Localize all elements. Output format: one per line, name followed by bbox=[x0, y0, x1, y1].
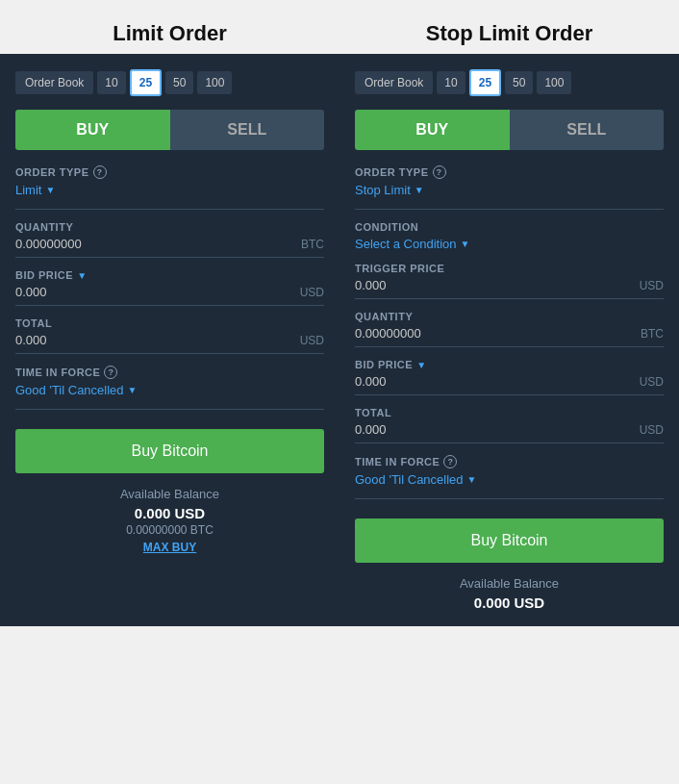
buy-bitcoin-button[interactable]: Buy Bitcoin bbox=[15, 429, 324, 473]
sl-bid-price-value: 0.000 bbox=[355, 374, 387, 389]
quantity-value: 0.00000000 bbox=[15, 237, 82, 251]
sl-order-type-label: ORDER TYPE ? bbox=[355, 165, 664, 179]
sl-time-in-force-dropdown[interactable]: Good 'Til Cancelled ▼ bbox=[355, 472, 664, 487]
bid-price-arrow[interactable]: ▼ bbox=[77, 270, 87, 281]
total-value: 0.000 bbox=[15, 333, 47, 347]
stop-limit-order-panel: Order Book 10 25 50 100 BUY SELL ORDER T… bbox=[340, 54, 679, 626]
sl-quantity-label: QUANTITY bbox=[355, 311, 664, 322]
quantity-label: QUANTITY bbox=[15, 221, 324, 233]
sl-quantity-value: 0.00000000 bbox=[355, 326, 421, 341]
total-unit: USD bbox=[300, 334, 324, 347]
ob-10[interactable]: 10 bbox=[97, 71, 125, 94]
sl-order-book-row: Order Book 10 25 50 100 bbox=[355, 69, 664, 96]
sl-order-book-label: Order Book bbox=[355, 71, 433, 94]
balance-btc: 0.00000000 BTC bbox=[15, 523, 324, 537]
max-buy-link[interactable]: MAX BUY bbox=[15, 541, 324, 554]
sl-buy-button[interactable]: BUY bbox=[355, 110, 510, 150]
sl-quantity-section: QUANTITY 0.00000000 BTC bbox=[355, 311, 664, 347]
sl-buy-bitcoin-button[interactable]: Buy Bitcoin bbox=[355, 518, 664, 563]
sl-total-section: TOTAL 0.000 USD bbox=[355, 407, 664, 443]
quantity-value-row: 0.00000000 BTC bbox=[15, 237, 324, 258]
order-book-label: Order Book bbox=[15, 71, 93, 94]
sl-condition-arrow: ▼ bbox=[461, 239, 470, 249]
sl-quantity-value-row: 0.00000000 BTC bbox=[355, 326, 664, 347]
sl-quantity-unit: BTC bbox=[641, 327, 664, 341]
order-type-label: ORDER TYPE ? bbox=[15, 165, 324, 179]
sl-total-value: 0.000 bbox=[355, 422, 387, 437]
sl-trigger-price-label: TRIGGER PRICE bbox=[355, 263, 664, 274]
sl-bid-price-label: BID PRICE ▼ bbox=[355, 359, 664, 370]
order-type-arrow: ▼ bbox=[45, 185, 55, 195]
sl-time-in-force-section: TIME IN FORCE ? Good 'Til Cancelled ▼ bbox=[355, 455, 664, 487]
sl-condition-label: CONDITION bbox=[355, 221, 664, 233]
sl-balance-section: Available Balance 0.000 USD bbox=[355, 576, 664, 611]
sl-time-in-force-label: TIME IN FORCE ? bbox=[355, 455, 664, 468]
balance-label: Available Balance bbox=[15, 487, 324, 501]
sl-sell-button[interactable]: SELL bbox=[510, 110, 665, 150]
quantity-unit: BTC bbox=[301, 238, 324, 251]
sl-ob-100[interactable]: 100 bbox=[537, 71, 571, 94]
limit-order-title: Limit Order bbox=[0, 10, 340, 54]
panels-wrapper: Order Book 10 25 50 100 BUY SELL ORDER T… bbox=[0, 54, 679, 626]
total-value-row: 0.000 USD bbox=[15, 333, 324, 354]
order-book-row: Order Book 10 25 50 100 bbox=[15, 69, 324, 96]
balance-usd: 0.000 USD bbox=[15, 505, 324, 521]
sl-trigger-price-unit: USD bbox=[640, 279, 664, 292]
sl-order-type-section: ORDER TYPE ? Stop Limit ▼ bbox=[355, 165, 664, 197]
sl-balance-usd: 0.000 USD bbox=[355, 594, 664, 611]
sl-order-type-arrow: ▼ bbox=[415, 185, 424, 195]
sl-tif-help-icon[interactable]: ? bbox=[443, 455, 457, 468]
sl-bid-price-arrow[interactable]: ▼ bbox=[416, 360, 426, 370]
sl-trigger-price-value: 0.000 bbox=[355, 278, 387, 292]
total-label: TOTAL bbox=[15, 317, 324, 329]
bid-price-section: BID PRICE ▼ 0.000 USD bbox=[15, 269, 324, 306]
order-type-section: ORDER TYPE ? Limit ▼ bbox=[15, 165, 324, 197]
buy-button[interactable]: BUY bbox=[15, 110, 170, 150]
ob-50[interactable]: 50 bbox=[165, 71, 193, 94]
bid-price-value: 0.000 bbox=[15, 285, 47, 299]
sl-buy-sell-row: BUY SELL bbox=[355, 110, 664, 150]
tif-arrow: ▼ bbox=[128, 385, 138, 395]
stop-limit-order-title: Stop Limit Order bbox=[340, 10, 679, 54]
time-in-force-label: TIME IN FORCE ? bbox=[15, 366, 324, 379]
sl-condition-section: CONDITION Select a Condition ▼ bbox=[355, 221, 664, 251]
sl-ob-50[interactable]: 50 bbox=[505, 71, 533, 94]
sl-total-label: TOTAL bbox=[355, 407, 664, 418]
sl-order-type-dropdown[interactable]: Stop Limit ▼ bbox=[355, 183, 664, 197]
ob-25-active[interactable]: 25 bbox=[130, 69, 162, 96]
total-section: TOTAL 0.000 USD bbox=[15, 317, 324, 354]
limit-order-panel: Order Book 10 25 50 100 BUY SELL ORDER T… bbox=[0, 54, 340, 626]
order-type-dropdown[interactable]: Limit ▼ bbox=[15, 183, 324, 197]
ob-100[interactable]: 100 bbox=[197, 71, 232, 94]
sl-tif-arrow: ▼ bbox=[467, 474, 477, 485]
tif-help-icon[interactable]: ? bbox=[104, 366, 117, 379]
balance-section: Available Balance 0.000 USD 0.00000000 B… bbox=[15, 487, 324, 554]
sl-order-type-help-icon[interactable]: ? bbox=[433, 165, 446, 179]
sl-bid-price-unit: USD bbox=[640, 375, 664, 389]
time-in-force-section: TIME IN FORCE ? Good 'Til Cancelled ▼ bbox=[15, 366, 324, 397]
bid-price-value-row: 0.000 USD bbox=[15, 285, 324, 306]
bid-price-label: BID PRICE ▼ bbox=[15, 269, 324, 281]
sl-total-unit: USD bbox=[640, 423, 664, 437]
sl-bid-price-section: BID PRICE ▼ 0.000 USD bbox=[355, 359, 664, 395]
sl-bid-price-value-row: 0.000 USD bbox=[355, 374, 664, 395]
sl-ob-10[interactable]: 10 bbox=[437, 71, 465, 94]
sl-trigger-price-value-row: 0.000 USD bbox=[355, 278, 664, 299]
quantity-section: QUANTITY 0.00000000 BTC bbox=[15, 221, 324, 258]
order-type-help-icon[interactable]: ? bbox=[93, 165, 107, 179]
sl-condition-dropdown[interactable]: Select a Condition ▼ bbox=[355, 237, 664, 251]
sl-balance-label: Available Balance bbox=[355, 576, 664, 591]
time-in-force-dropdown[interactable]: Good 'Til Cancelled ▼ bbox=[15, 383, 324, 397]
sl-trigger-price-section: TRIGGER PRICE 0.000 USD bbox=[355, 263, 664, 299]
sl-ob-25-active[interactable]: 25 bbox=[469, 69, 501, 96]
bid-price-unit: USD bbox=[300, 286, 324, 299]
sl-total-value-row: 0.000 USD bbox=[355, 422, 664, 443]
buy-sell-row: BUY SELL bbox=[15, 110, 324, 150]
sell-button[interactable]: SELL bbox=[170, 110, 325, 150]
